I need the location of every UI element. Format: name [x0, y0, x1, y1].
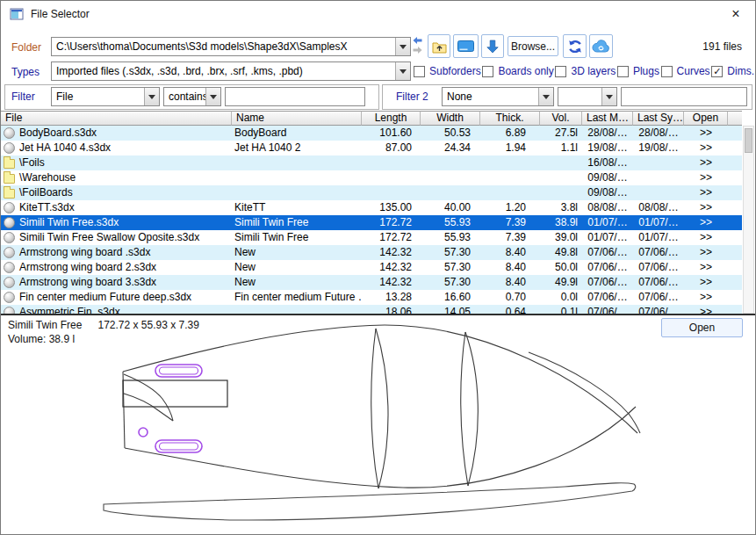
window-title: File Selector	[31, 8, 90, 20]
refresh-button[interactable]	[563, 34, 587, 58]
cell-open[interactable]: >>	[684, 200, 728, 215]
close-icon[interactable]: ×	[727, 5, 745, 23]
chevron-down-icon[interactable]	[144, 88, 159, 105]
file-icon	[4, 217, 15, 228]
table-row[interactable]: \Warehouse09/08/…>>	[1, 170, 742, 185]
checkbox-3d-layers[interactable]: 3D layers	[555, 65, 616, 77]
column-header-name[interactable]: Name	[232, 111, 362, 126]
filter2-value-input[interactable]	[621, 87, 747, 106]
table-row[interactable]: Jet HA 1040 4.s3dxJet HA 1040 287.0024.3…	[1, 141, 742, 155]
cell-open[interactable]: >>	[684, 215, 728, 230]
cell-last-m: 07/06/…	[582, 260, 633, 275]
cell-width	[421, 155, 480, 170]
folder-icon	[4, 189, 15, 199]
checkbox-box[interactable]	[661, 66, 673, 77]
file-name-text: Fin center medium Future deep.s3dx	[15, 290, 191, 305]
checkbox-curves[interactable]: Curves	[661, 65, 710, 77]
checkbox-dims[interactable]: ✓Dims.	[711, 65, 754, 77]
folder-icon	[4, 174, 15, 184]
table-row[interactable]: Asymmetric Fin .s3dx18.0614.050.640.1l07…	[1, 305, 742, 314]
table-row[interactable]: Simili Twin Free.s3dxSimili Twin Free172…	[1, 215, 742, 230]
cell-open[interactable]: >>	[684, 230, 728, 245]
column-header-thick[interactable]: Thick.	[480, 111, 540, 126]
cell-width: 16.60	[421, 290, 480, 305]
cell-last-sy: 07/06/…	[633, 245, 684, 260]
move-down-button[interactable]	[481, 34, 504, 58]
chevron-down-icon[interactable]	[205, 88, 220, 105]
checkbox-box[interactable]	[555, 66, 566, 77]
filter2-operator-combo[interactable]	[558, 87, 617, 106]
cell-last-sy	[633, 185, 684, 200]
cell-length	[362, 170, 421, 185]
column-header-file[interactable]: File	[1, 111, 232, 126]
table-row[interactable]: KiteTT.s3dxKiteTT135.0040.001.203.8l08/0…	[1, 200, 742, 215]
cell-length: 87.00	[362, 141, 421, 155]
chevron-down-icon[interactable]	[395, 38, 410, 55]
checkbox-subforders[interactable]: Subforders	[414, 65, 481, 77]
forward-arrow-icon[interactable]	[413, 46, 422, 54]
column-header-width[interactable]: Width	[421, 111, 480, 126]
table-row[interactable]: Armstrong wing board 2.s3dxNew142.3257.3…	[1, 260, 742, 275]
cell-open[interactable]: >>	[684, 290, 728, 305]
column-header-last-m[interactable]: Last M…	[582, 111, 633, 126]
column-header-vol[interactable]: Vol.	[540, 111, 582, 126]
filter-field-combo[interactable]: File	[51, 87, 160, 106]
checkbox-box[interactable]	[617, 66, 629, 77]
checkbox-box[interactable]	[482, 66, 493, 77]
file-icon	[4, 232, 15, 243]
chevron-down-icon[interactable]	[538, 88, 553, 105]
cell-thick: 7.39	[480, 215, 540, 230]
cell-open[interactable]: >>	[684, 170, 728, 185]
cell-open[interactable]: >>	[684, 260, 728, 275]
cell-open[interactable]: >>	[684, 141, 728, 155]
cell-open[interactable]: >>	[684, 305, 728, 314]
cloud-sync-button[interactable]	[589, 34, 613, 58]
filter-value-input[interactable]	[225, 87, 365, 106]
cell-open[interactable]: >>	[684, 245, 728, 260]
table-row[interactable]: Simili Twin Free Swallow Oposite.s3dxSim…	[1, 230, 742, 245]
checkbox-box[interactable]	[414, 66, 425, 77]
folder-up-button[interactable]	[428, 34, 450, 58]
table-row[interactable]: BodyBoard.s3dxBodyBoard101.6050.536.8927…	[1, 126, 742, 141]
table-row[interactable]: Fin center medium Future deep.s3dxFin ce…	[1, 290, 742, 305]
checkbox-label: Curves	[677, 65, 710, 77]
table-row[interactable]: Armstrong wing board .s3dxNew142.3257.30…	[1, 245, 742, 260]
cell-vol: 38.9l	[540, 215, 582, 230]
table-row[interactable]: \FoilBoards09/08/…>>	[1, 185, 742, 200]
column-header-open[interactable]: Open	[684, 111, 728, 126]
cell-open[interactable]: >>	[684, 185, 728, 200]
table-row[interactable]: Armstrong wing board 3.s3dxNew142.3257.3…	[1, 275, 742, 290]
filter2-field-value: None	[443, 90, 538, 103]
folder-path-combo[interactable]: C:\Users\thoma\Documents\S3d models\Shap…	[51, 37, 411, 56]
checkbox-checked-icon[interactable]: ✓	[711, 66, 723, 77]
back-arrow-icon[interactable]	[413, 36, 422, 45]
cell-thick: 8.40	[480, 275, 540, 290]
scrollbar-thumb[interactable]	[745, 128, 752, 153]
cell-thick	[480, 185, 540, 200]
cell-open[interactable]: >>	[684, 126, 728, 141]
cell-last-m: 28/08/…	[582, 126, 633, 141]
types-combo[interactable]: Imported files (.s3dx, .s3d, .brd, .brx,…	[51, 61, 411, 81]
column-header-last-sy[interactable]: Last Sy…	[633, 111, 684, 126]
column-header-length[interactable]: Length	[362, 111, 421, 126]
chevron-down-icon[interactable]	[601, 88, 616, 105]
nose-rail-line	[529, 352, 640, 433]
folder-label: Folder	[11, 41, 41, 54]
cell-last-m: 08/08/…	[582, 200, 633, 215]
cell-thick: 1.94	[480, 141, 540, 155]
file-icon	[4, 142, 15, 154]
cell-open[interactable]: >>	[684, 275, 728, 290]
cell-last-sy: 01/07/…	[633, 215, 684, 230]
checkbox-plugs[interactable]: Plugs	[617, 65, 659, 77]
table-row[interactable]: \Foils16/08/…>>	[1, 155, 742, 170]
checkbox-boards-only[interactable]: Boards only	[482, 65, 553, 77]
chevron-down-icon[interactable]	[395, 62, 410, 80]
desktop-button[interactable]	[453, 34, 479, 58]
cell-last-m: 19/08/…	[582, 141, 633, 155]
browse-button[interactable]: Browse...	[508, 36, 558, 56]
filter2-field-combo[interactable]: None	[442, 87, 554, 106]
filter-operator-combo[interactable]: contains	[163, 87, 221, 106]
cell-name: New	[232, 275, 362, 290]
table-scrollbar[interactable]	[743, 126, 754, 314]
cell-open[interactable]: >>	[684, 155, 728, 170]
